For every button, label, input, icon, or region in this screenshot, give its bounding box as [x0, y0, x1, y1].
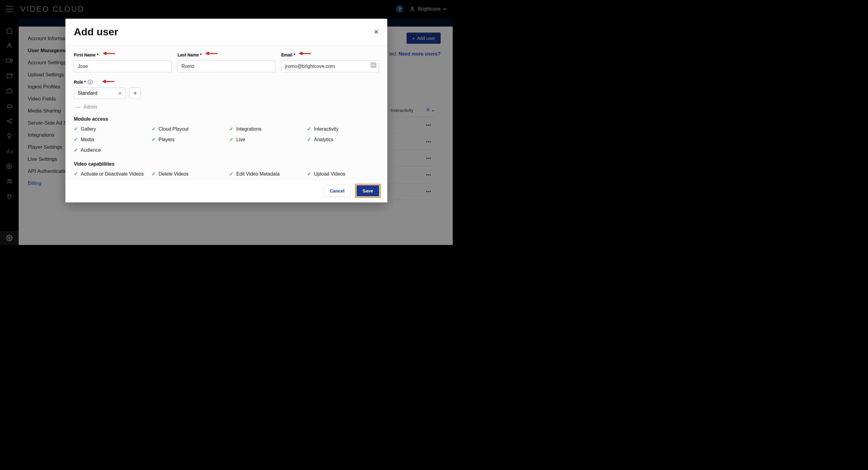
- save-highlight: Save: [355, 184, 381, 198]
- video-caps-grid: ✓Activate or Deactivate Videos ✓Delete V…: [74, 171, 379, 177]
- check-icon: ✓: [307, 137, 311, 142]
- email-input[interactable]: [281, 60, 379, 72]
- module-item: ✓Cloud Playout: [152, 126, 223, 132]
- admin-row: — Admin: [74, 105, 379, 110]
- video-caps-heading: Video capabilities: [74, 161, 379, 167]
- check-icon: ✓: [152, 171, 156, 177]
- first-name-label: First Name *: [74, 53, 172, 57]
- cap-item: ✓Delete Videos: [152, 171, 223, 177]
- check-icon: ✓: [229, 137, 233, 142]
- annotation-arrow: [103, 52, 115, 55]
- check-icon: ✓: [74, 147, 78, 153]
- check-icon: ✓: [74, 137, 78, 142]
- cap-item: ✓Activate or Deactivate Videos: [74, 171, 146, 177]
- check-icon: ✓: [229, 126, 233, 132]
- close-icon[interactable]: ✕: [374, 28, 379, 36]
- annotation-arrow: [299, 52, 311, 55]
- dash-icon: —: [76, 105, 81, 110]
- modal-title: Add user: [74, 26, 118, 38]
- module-item: ✓Live: [229, 137, 301, 142]
- module-item: ✓Players: [152, 137, 223, 142]
- check-icon: ✓: [307, 171, 311, 177]
- admin-label: Admin: [84, 105, 97, 110]
- autofill-icon: •••: [370, 62, 376, 68]
- module-item: ✓Analytics: [307, 137, 379, 142]
- first-name-input[interactable]: [74, 60, 172, 72]
- check-icon: ✓: [307, 126, 311, 132]
- save-button[interactable]: Save: [356, 185, 379, 196]
- check-icon: ✓: [74, 171, 78, 177]
- cap-item: ✓Upload Videos: [307, 171, 379, 177]
- add-user-modal: Add user ✕ First Name * Last Name * Emai…: [65, 19, 387, 202]
- role-label: Role * i: [74, 80, 379, 85]
- role-select[interactable]: Standard: [74, 87, 126, 99]
- check-icon: ✓: [229, 171, 233, 177]
- role-value: Standard: [78, 90, 97, 96]
- module-grid: ✓Gallery ✓Cloud Playout ✓Integrations ✓I…: [74, 126, 379, 153]
- cancel-button[interactable]: Cancel: [323, 185, 351, 197]
- chevron-down-icon: [118, 91, 122, 95]
- info-icon[interactable]: i: [88, 80, 93, 85]
- check-icon: ✓: [74, 126, 78, 132]
- last-name-input[interactable]: [178, 60, 275, 72]
- module-item: ✓Audience: [74, 147, 146, 153]
- module-access-heading: Module access: [74, 116, 379, 122]
- check-icon: ✓: [152, 126, 156, 132]
- last-name-label: Last Name *: [178, 53, 275, 57]
- annotation-arrow: [102, 80, 114, 83]
- cap-item: ✓Edit Video Metadata: [229, 171, 301, 177]
- module-item: ✓Integrations: [229, 126, 301, 132]
- email-label: Email *: [281, 53, 379, 57]
- module-item: ✓Interactivity: [307, 126, 379, 132]
- annotation-arrow: [205, 52, 217, 55]
- check-icon: ✓: [152, 137, 156, 142]
- module-item: ✓Media: [74, 137, 146, 142]
- add-role-button[interactable]: +: [129, 87, 141, 99]
- module-item: ✓Gallery: [74, 126, 146, 132]
